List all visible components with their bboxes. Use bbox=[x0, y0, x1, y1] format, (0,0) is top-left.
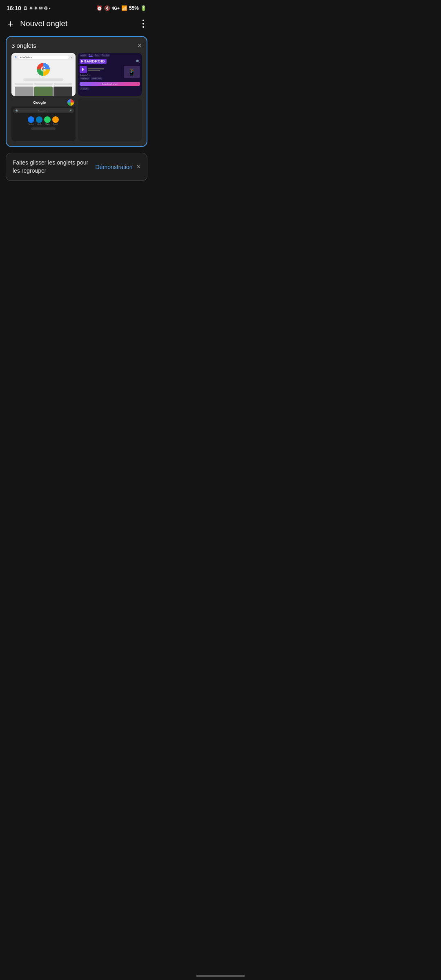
ntp-search-text: Rechercher o... bbox=[20, 110, 67, 112]
ntp-header-bar: Google bbox=[11, 98, 76, 107]
mute-icon: 🔇 bbox=[104, 5, 110, 11]
google-thumb-header: G achraf tjaiens × bbox=[13, 55, 74, 60]
close-icon: × bbox=[137, 41, 142, 49]
ntp-shortcut-whatsapp: Whyatu bbox=[44, 116, 51, 125]
facebook-icon bbox=[28, 116, 34, 123]
ntp-search-bar: 🔍 Rechercher o... 🎤 bbox=[13, 108, 74, 113]
frandroid-tab-strip: Actualités Tests Guides Bons plans bbox=[78, 53, 142, 58]
dot-icon: • bbox=[49, 6, 51, 11]
tab-strip-item-1: Actualités bbox=[80, 54, 87, 57]
tab-strip-item-4: Bons plans bbox=[101, 54, 110, 57]
facebook-label: Facebook bbox=[29, 123, 34, 125]
ntp-search-icon: 🔍 bbox=[16, 109, 18, 112]
ntp-shortcut-linkedin: LinkedIn bbox=[36, 116, 42, 125]
tab-group-card: 3 onglets × G achraf tjaiens × G bbox=[6, 36, 147, 147]
grid2-icon: ✳ bbox=[34, 6, 38, 11]
frandroid-header: FRANDROID 🔍 bbox=[78, 58, 142, 65]
status-left: 16:10 🗒 ✳ ✳ ✉ ♻ • bbox=[7, 5, 51, 11]
tab-group-header: 3 onglets × bbox=[11, 42, 142, 49]
chrome-icon bbox=[67, 99, 74, 106]
signal-icon: 📶 bbox=[121, 5, 127, 11]
amazon-label: Amazon bbox=[53, 123, 58, 125]
whatsapp-label: Whyatu bbox=[45, 123, 49, 125]
ntp-shortcut-facebook: Facebook bbox=[28, 116, 34, 125]
frandroid-search-icon: 🔍 bbox=[136, 60, 140, 63]
frandroid-logo: FRANDROID bbox=[80, 59, 107, 64]
ntp-shortcut-amazon: Amazon bbox=[52, 116, 59, 125]
add-tab-button[interactable]: + bbox=[7, 18, 13, 29]
toast-close-button[interactable]: × bbox=[137, 164, 140, 170]
toast-message: Faites glisser les onglets pour les regr… bbox=[13, 159, 91, 175]
amazon-icon bbox=[52, 116, 59, 123]
dot2 bbox=[143, 23, 144, 24]
battery-icon: 🔋 bbox=[140, 5, 147, 11]
frandroid-articles-banner: Les articles à la une bbox=[80, 82, 140, 86]
status-right: ⏰ 🔇 4G+ 📶 55% 🔋 bbox=[96, 5, 147, 11]
linkedin-icon bbox=[36, 116, 42, 123]
mail-icon: ✉ bbox=[39, 6, 42, 11]
status-bar: 16:10 🗒 ✳ ✳ ✉ ♻ • ⏰ 🔇 4G+ 📶 55% 🔋 bbox=[0, 0, 153, 15]
grid-icon: ✳ bbox=[29, 6, 33, 11]
tab-strip-item-2: Tests bbox=[88, 54, 94, 57]
network-icon: 4G+ bbox=[112, 6, 120, 11]
add-icon: + bbox=[7, 18, 13, 30]
ntp-google-text: Google bbox=[13, 100, 66, 105]
close-icon: × bbox=[137, 163, 140, 170]
status-icons: 🗒 ✳ ✳ ✉ ♻ • bbox=[23, 6, 51, 11]
top-bar-left: + Nouvel onglet bbox=[7, 18, 67, 29]
tab-thumb-google[interactable]: G achraf tjaiens × G bbox=[11, 53, 76, 96]
linkedin-label: LinkedIn bbox=[37, 123, 42, 125]
tab-thumb-google-ntp[interactable]: Google 🔍 Rechercher o... 🎤 Facebook Link… bbox=[11, 98, 76, 141]
tab-thumbnails: G achraf tjaiens × G bbox=[11, 53, 142, 141]
sync-icon: ♻ bbox=[44, 6, 48, 11]
tab-group-title: 3 onglets bbox=[11, 42, 36, 49]
top-bar: + Nouvel onglet bbox=[0, 15, 153, 34]
tab-strip-item-3: Guides bbox=[94, 54, 101, 57]
battery-text: 55% bbox=[129, 5, 139, 11]
tab-thumb-frandroid[interactable]: Actualités Tests Guides Bons plans FRAND… bbox=[78, 53, 142, 96]
more-menu-button[interactable] bbox=[141, 18, 146, 29]
whatsapp-icon bbox=[44, 116, 51, 123]
tab-thumb-empty bbox=[78, 98, 142, 141]
clipboard-icon: 🗒 bbox=[23, 6, 28, 11]
status-time: 16:10 bbox=[7, 5, 21, 11]
google-fav-icon: G bbox=[15, 56, 17, 58]
google-search-text: achraf tjaiens bbox=[18, 56, 69, 59]
ntp-shortcuts: Facebook LinkedIn Whyatu Amazon bbox=[11, 115, 76, 126]
new-tab-label: Nouvel onglet bbox=[20, 19, 67, 28]
toast-action-button[interactable]: Démonstration bbox=[96, 164, 133, 170]
toast-banner: Faites glisser les onglets pour les regr… bbox=[6, 153, 147, 181]
alarm-icon: ⏰ bbox=[96, 5, 102, 11]
close-tab-icon: × bbox=[70, 56, 72, 59]
google-logo-circle: G bbox=[37, 63, 50, 76]
tab-group-close-button[interactable]: × bbox=[137, 42, 142, 49]
dot3 bbox=[143, 26, 144, 28]
dot1 bbox=[143, 20, 144, 21]
ntp-mic-icon: 🎤 bbox=[69, 109, 71, 112]
